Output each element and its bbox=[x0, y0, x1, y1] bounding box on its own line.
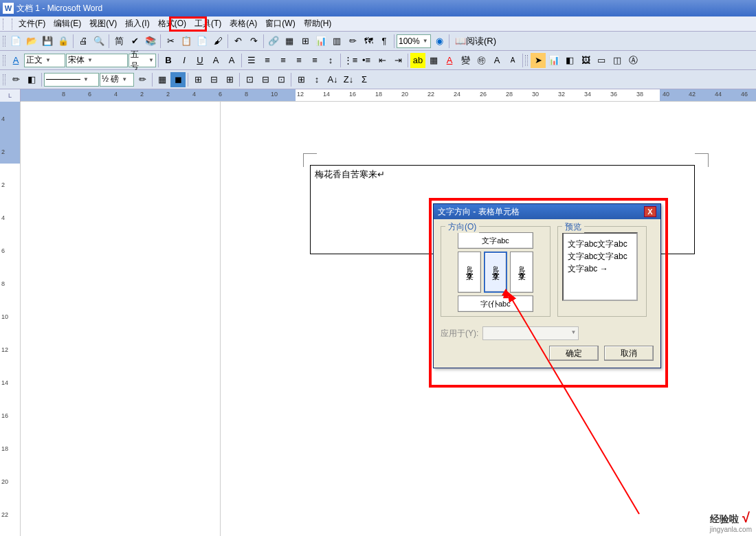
eraser-icon[interactable]: ◧ bbox=[24, 72, 39, 87]
print-preview-icon[interactable]: 🔍 bbox=[91, 34, 107, 49]
menu-edit[interactable]: 编辑(E) bbox=[49, 16, 85, 31]
dialog-titlebar[interactable]: 文字方向 - 表格单元格 X bbox=[434, 204, 660, 219]
bold-icon[interactable]: B bbox=[161, 53, 176, 68]
excel-icon[interactable]: 📊 bbox=[313, 34, 329, 49]
drawing-icon[interactable]: ✏ bbox=[345, 34, 360, 49]
insert-picture-icon[interactable]: 🖼 bbox=[578, 53, 593, 68]
toolbar-handle[interactable] bbox=[3, 55, 5, 66]
menubar-handle[interactable] bbox=[3, 19, 12, 30]
char-border-icon[interactable]: A bbox=[224, 53, 239, 68]
apply-to-combo[interactable]: ▼ bbox=[482, 326, 579, 340]
align-justify-icon[interactable]: ≡ bbox=[307, 53, 322, 68]
enclose-char-icon[interactable]: ㊕ bbox=[474, 53, 489, 68]
wordart-icon[interactable]: Ⓐ bbox=[625, 53, 641, 68]
toolbar-handle[interactable] bbox=[525, 55, 528, 66]
menu-help[interactable]: 帮助(H) bbox=[300, 16, 336, 31]
columns-icon[interactable]: ▥ bbox=[329, 34, 344, 49]
close-icon[interactable]: X bbox=[644, 206, 656, 217]
font-color-icon[interactable]: A bbox=[442, 53, 457, 68]
font-combo[interactable]: 宋体▼ bbox=[66, 54, 128, 67]
menu-tools[interactable]: 工具(T) bbox=[190, 16, 225, 31]
format-painter-icon[interactable]: 🖌 bbox=[210, 34, 225, 49]
autoshapes-icon[interactable]: ➤ bbox=[531, 53, 546, 68]
menu-insert[interactable]: 插入(I) bbox=[121, 16, 153, 31]
horizontal-ruler[interactable]: 8642246810121416182022242628303234363840… bbox=[21, 89, 756, 101]
orientation-option-horizontal[interactable]: 文字abc bbox=[458, 232, 533, 249]
menu-file[interactable]: 文件(F) bbox=[14, 16, 49, 31]
numbered-list-icon[interactable]: ⋮≡ bbox=[343, 53, 358, 68]
shading-color-icon[interactable]: ◼ bbox=[170, 72, 186, 87]
hyperlink-icon[interactable]: 🔗 bbox=[266, 34, 281, 49]
orientation-option-horizontal-flip[interactable]: 字(仆abc bbox=[458, 295, 533, 312]
align-right-icon[interactable]: ≡ bbox=[291, 53, 307, 68]
text-box-icon[interactable]: ▭ bbox=[594, 53, 609, 68]
zoom-combo[interactable]: 100%▼ bbox=[397, 34, 431, 48]
text-direction-icon[interactable]: ↕ bbox=[309, 72, 324, 87]
style-combo[interactable]: 正文▼ bbox=[24, 54, 65, 67]
borders-icon[interactable]: ▦ bbox=[426, 53, 441, 68]
align-left-icon[interactable]: ≡ bbox=[260, 53, 275, 68]
orientation-option-vertical-1[interactable]: 文字abc bbox=[458, 252, 481, 293]
new-doc-icon[interactable]: 📄 bbox=[8, 34, 23, 49]
orientation-option-vertical-2[interactable]: 文字abc bbox=[484, 252, 507, 293]
read-mode-button[interactable]: 📖阅读(R) bbox=[452, 34, 500, 49]
shrink-font-icon[interactable]: A bbox=[505, 53, 520, 68]
sort-desc-icon[interactable]: Z↓ bbox=[341, 72, 356, 87]
draw-table-icon[interactable]: ✏ bbox=[8, 72, 23, 87]
menu-view[interactable]: 视图(V) bbox=[85, 16, 121, 31]
highlight-icon[interactable]: ab bbox=[410, 53, 425, 68]
vertical-ruler[interactable]: 42246810121416182022 bbox=[0, 102, 21, 536]
bullet-list-icon[interactable]: •≡ bbox=[359, 53, 374, 68]
align-center-icon[interactable]: ≡ bbox=[276, 53, 291, 68]
spellcheck-icon[interactable]: ✔ bbox=[127, 34, 142, 49]
frame-icon[interactable]: ◫ bbox=[610, 53, 625, 68]
cancel-button[interactable]: 取消 bbox=[604, 346, 654, 361]
insert-table-icon[interactable]: ⊞ bbox=[298, 34, 313, 49]
menu-window[interactable]: 窗口(W) bbox=[261, 16, 299, 31]
simplified-icon[interactable]: 简 bbox=[111, 34, 126, 49]
paste-icon[interactable]: 📄 bbox=[194, 34, 210, 49]
autosum-icon[interactable]: Σ bbox=[357, 72, 372, 87]
align-top-left-icon[interactable]: ⊡ bbox=[242, 72, 257, 87]
styles-icon[interactable]: A bbox=[8, 53, 23, 68]
redo-icon[interactable]: ↷ bbox=[246, 34, 261, 49]
insert-table-icon[interactable]: ⊞ bbox=[190, 72, 205, 87]
menu-format[interactable]: 格式(O) bbox=[154, 16, 190, 31]
insert-diagram-icon[interactable]: ◧ bbox=[562, 53, 577, 68]
tables-borders-icon[interactable]: ▦ bbox=[282, 34, 297, 49]
line-spacing-icon[interactable]: ↕ bbox=[323, 53, 338, 68]
italic-icon[interactable]: I bbox=[177, 53, 192, 68]
orientation-option-vertical-3[interactable]: 文字abc bbox=[510, 252, 533, 293]
sort-asc-icon[interactable]: A↓ bbox=[325, 72, 340, 87]
merge-cells-icon[interactable]: ⊟ bbox=[206, 72, 221, 87]
copy-icon[interactable]: 📋 bbox=[179, 34, 194, 49]
help-icon[interactable]: ◉ bbox=[432, 34, 447, 49]
underline-icon[interactable]: U bbox=[192, 53, 208, 68]
indent-icon[interactable]: ⇥ bbox=[390, 53, 405, 68]
doc-map-icon[interactable]: 🗺 bbox=[361, 34, 376, 49]
toolbar-handle[interactable] bbox=[3, 74, 5, 85]
outside-border-icon[interactable]: ▦ bbox=[155, 72, 170, 87]
split-cells-icon[interactable]: ⊞ bbox=[222, 72, 237, 87]
permission-icon[interactable]: 🔒 bbox=[56, 34, 71, 49]
research-icon[interactable]: 📚 bbox=[143, 34, 158, 49]
align-distribute-icon[interactable]: ☰ bbox=[244, 53, 259, 68]
line-weight-combo[interactable]: ½ 磅▼ bbox=[100, 73, 134, 87]
outdent-icon[interactable]: ⇤ bbox=[375, 53, 390, 68]
distribute-rows-icon[interactable]: ⊟ bbox=[258, 72, 273, 87]
insert-chart-icon[interactable]: 📊 bbox=[546, 53, 562, 68]
undo-icon[interactable]: ↶ bbox=[230, 34, 245, 49]
show-marks-icon[interactable]: ¶ bbox=[377, 34, 392, 49]
size-combo[interactable]: 五号▼ bbox=[129, 54, 156, 67]
table-autoformat-icon[interactable]: ⊞ bbox=[293, 72, 309, 87]
grow-font-icon[interactable]: A bbox=[489, 53, 504, 68]
toolbar-handle[interactable] bbox=[3, 36, 5, 47]
char-shading-icon[interactable]: 變 bbox=[458, 53, 473, 68]
open-icon[interactable]: 📂 bbox=[24, 34, 39, 49]
border-box-icon[interactable]: A bbox=[208, 53, 223, 68]
print-icon[interactable]: 🖨 bbox=[76, 34, 91, 49]
border-color-icon[interactable]: ✏ bbox=[135, 72, 150, 87]
cut-icon[interactable]: ✂ bbox=[163, 34, 178, 49]
line-style-combo[interactable]: ▼ bbox=[44, 73, 99, 87]
distribute-cols-icon[interactable]: ⊡ bbox=[274, 72, 289, 87]
